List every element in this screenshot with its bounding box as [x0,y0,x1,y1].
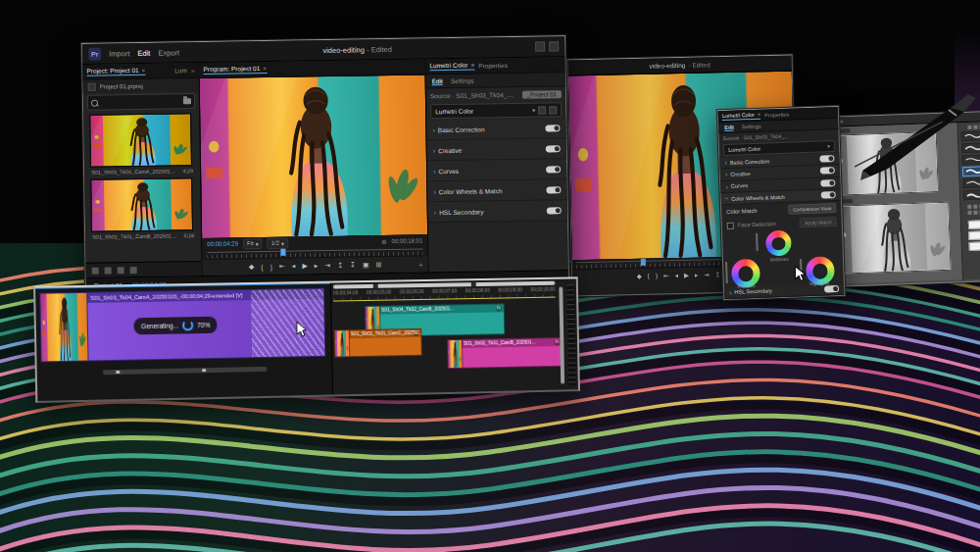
menu-edit[interactable]: Edit [137,48,150,57]
go-to-out-button[interactable]: ⇥ [704,271,710,278]
mark-in-button[interactable]: { [261,264,263,271]
section-toggle[interactable] [546,145,561,152]
layer-swatch[interactable] [968,220,980,229]
playhead-2[interactable] [641,259,646,266]
brush-preset[interactable] [963,189,980,200]
workspace-icon[interactable] [535,41,545,51]
shadows-slider[interactable] [725,262,728,283]
eye-icon[interactable] [549,106,557,114]
midtones-slider[interactable] [756,233,759,251]
section-toggle[interactable] [545,125,560,131]
timeline-h-scrollbar[interactable] [103,367,269,375]
tab-lumetri-color[interactable]: Lumetri Color ≡ [429,62,474,72]
panel-options-icon[interactable] [549,41,559,51]
compare-button[interactable]: ⊞ [375,261,381,269]
timeline-clip-v1b[interactable]: S01_Sh02_Tk01_CamB_202501… fx [447,337,564,369]
extract-button[interactable]: ↧ [350,262,356,270]
subtab-edit-2[interactable]: Edit [724,124,734,130]
panel-icon[interactable] [967,205,971,209]
project-file-row[interactable]: Project 01.prproj [83,78,199,93]
tab-properties[interactable]: Properties [478,62,508,69]
section-toggle[interactable] [824,285,839,293]
pen-tool-icon[interactable] [92,267,99,274]
resolution-dropdown[interactable]: 1/2 ▾ [268,237,289,248]
section-curves[interactable]: › Curves [427,159,566,181]
menu-import[interactable]: Import [109,49,129,58]
go-to-in-button[interactable]: ⇤ [663,272,669,279]
section-toggle[interactable] [819,155,834,163]
comparison-view-button[interactable]: Comparison View [788,204,836,216]
step-back-button[interactable]: ◂ [674,272,677,279]
subtab-settings[interactable]: Settings [451,77,474,84]
workspace-icons [535,41,559,51]
new-item-icon[interactable] [118,267,124,274]
export-frame-button[interactable]: ▣ [363,261,369,269]
lift-button[interactable]: ↥ [714,271,720,278]
lift-button[interactable]: ↥ [337,262,343,270]
section-hsl-secondary[interactable]: › HSL Secondary [428,200,567,223]
section-toggle[interactable] [820,179,835,187]
face-detection-checkbox[interactable] [727,223,734,229]
add-button[interactable]: + [418,261,422,268]
timeline-ruler[interactable]: 00;00;04;00 00;00;05;00 00;00;06;00 00;0… [333,287,556,302]
panel-menu-icon[interactable]: ≡ [470,62,474,69]
section-toggle[interactable] [821,191,836,199]
tab-program[interactable]: Program: Project 01 × [203,65,267,75]
tab-properties-2[interactable]: Properties [764,111,789,118]
project-clip-1[interactable]: S01_Sh03_Tk04_CamA_202501… 4;29 [89,113,194,177]
section-color-wheels[interactable]: › Color Wheels & Match [427,179,566,202]
section-toggle[interactable] [546,166,561,173]
subtab-settings-2[interactable]: Settings [742,124,761,130]
settings-wrench-icon[interactable]: ⚙ [381,238,386,245]
mark-out-button[interactable]: } [656,273,658,279]
section-basic-correction[interactable]: › Basic Correction [426,118,565,140]
section-toggle[interactable] [546,186,561,193]
fit-dropdown[interactable]: Fit ▾ [243,238,263,249]
timeline-v-scrollbar[interactable] [559,287,564,384]
search-box[interactable] [87,93,195,111]
subtab-edit[interactable]: Edit [432,77,443,85]
marker-button[interactable]: ◆ [637,272,642,279]
section-toggle[interactable] [547,207,562,214]
lumetri-preset-dropdown[interactable]: Lumetri Color ▾ [430,102,562,119]
close-icon[interactable]: × [142,67,146,74]
step-back-button[interactable]: ◂ [292,262,296,270]
step-forward-button[interactable]: ▸ [695,271,698,278]
trash-icon[interactable] [130,267,137,274]
apply-match-button[interactable]: Apply Match [800,218,837,228]
grid-view-icon[interactable] [88,82,96,90]
go-to-in-button[interactable]: ⇤ [279,263,285,271]
step-forward-button[interactable]: ▸ [315,262,318,270]
panel-menu-icon[interactable]: ≡ [758,111,760,117]
project-chip[interactable]: _Project 01 [521,90,561,99]
tab-lumetri-color-2[interactable]: Lumetri Color ≡ [722,111,760,120]
window2-title-state: - Edited [688,61,710,68]
panel-icon[interactable] [973,211,977,215]
go-to-out-button[interactable]: ⇥ [324,262,330,270]
panel-icon[interactable] [967,211,971,215]
midtones-wheel[interactable] [765,230,792,257]
project-clip-2[interactable]: S01_Sh01_Tk01_CamB_202501… 5;18 [90,177,195,242]
new-folder-icon[interactable] [183,98,191,104]
playhead-1[interactable] [280,249,285,256]
layer-swatch[interactable] [968,230,980,240]
premiere-logo: Pr [88,47,101,60]
tab-overflow[interactable]: Lum [174,67,187,74]
new-bin-icon[interactable] [105,267,112,274]
section-creative[interactable]: › Creative [427,138,566,161]
play-button[interactable]: ▶ [684,271,689,278]
storyboard-frame-2[interactable] [835,202,951,275]
mark-in-button[interactable]: { [648,273,650,279]
reset-icon[interactable] [538,106,546,114]
mark-out-button[interactable]: } [270,263,272,270]
close-icon[interactable]: × [263,65,267,72]
section-toggle[interactable] [820,168,835,176]
play-button[interactable]: ▶ [302,262,308,270]
panel-icon[interactable] [973,205,977,209]
timeline-clip-v1a[interactable]: S01_Sh01_Tk01_CamC_202501… fx [334,328,422,358]
marker-button[interactable]: ◆ [249,263,255,271]
layer-swatch[interactable] [969,241,980,251]
tab-project[interactable]: Project: Project 01 × [86,67,145,76]
menu-export[interactable]: Export [158,48,179,57]
tab-more-icon[interactable]: » [191,67,195,74]
